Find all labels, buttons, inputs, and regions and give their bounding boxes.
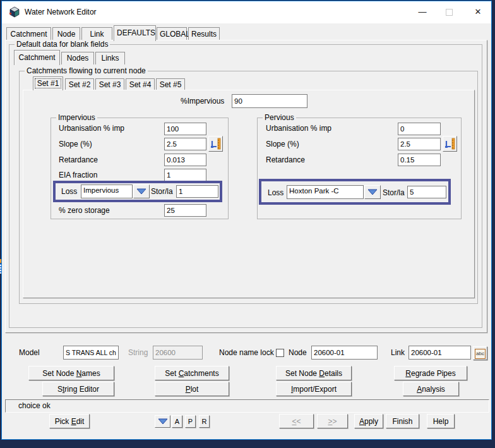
label: egrade Pipes xyxy=(411,369,456,378)
pervious-group-title: Pervious xyxy=(263,113,296,122)
imp-loss-dropdown-button[interactable] xyxy=(133,185,150,198)
tab-set-2[interactable]: Set #2 xyxy=(65,78,94,90)
app-cube-icon xyxy=(9,6,20,18)
per-retardance-label: Retardance xyxy=(266,155,305,164)
status-message: choice ok xyxy=(5,399,489,413)
imp-urbanisation-input[interactable] xyxy=(164,123,206,135)
subtab-catchment[interactable]: Catchment xyxy=(14,50,60,65)
tab-set-1[interactable]: Set #1 xyxy=(33,76,63,90)
per-slope-label: Slope (%) xyxy=(266,140,299,148)
title-bar[interactable]: Water Network Editor — ✕ xyxy=(2,1,491,23)
imp-slope-input[interactable] xyxy=(164,138,206,150)
window-title: Water Network Editor xyxy=(25,8,97,16)
mode-r-button[interactable]: R xyxy=(199,415,210,428)
subtab-nodes[interactable]: Nodes xyxy=(61,52,94,64)
tab-catchment[interactable]: Catchment xyxy=(6,27,51,40)
label: > xyxy=(333,417,337,426)
dropdown-arrow-icon xyxy=(367,189,378,195)
tab-set-3[interactable]: Set #3 xyxy=(95,78,124,90)
label: etails xyxy=(325,369,342,378)
imp-slope-label: Slope (%) xyxy=(59,140,92,148)
set-catchments-button[interactable]: Set Catchments xyxy=(155,366,229,380)
close-button[interactable]: ✕ xyxy=(468,4,488,20)
finish-button[interactable]: Finish xyxy=(386,414,419,428)
per-slope-input[interactable] xyxy=(398,138,441,150)
help-button[interactable]: Help xyxy=(427,414,455,428)
imp-eia-input[interactable] xyxy=(164,169,206,181)
tab-link[interactable]: Link xyxy=(81,27,112,40)
imp-retardance-input[interactable] xyxy=(164,154,206,166)
tab-defaults[interactable]: DEFAULTS xyxy=(114,25,156,41)
imp-loss-combo-value[interactable]: Impervious xyxy=(81,185,133,198)
mode-a-button[interactable]: A xyxy=(172,415,182,428)
imp-urbanisation-label: Urbanisation % imp xyxy=(59,124,124,133)
regrade-pipes-button[interactable]: Regrade Pipes xyxy=(394,366,467,380)
label: P xyxy=(186,385,191,394)
close-icon: ✕ xyxy=(475,7,482,16)
tab-set-5[interactable]: Set #5 xyxy=(156,78,185,90)
label: A xyxy=(359,417,364,426)
label: atchments xyxy=(184,369,218,378)
label: > xyxy=(328,417,332,426)
imp-storla-input[interactable] xyxy=(176,185,218,198)
node-name-lock-label: Node name lock xyxy=(219,348,274,357)
plot-button[interactable]: Plot xyxy=(155,382,229,396)
label: R xyxy=(405,369,411,378)
set-node-details-button[interactable]: Set Node Details xyxy=(276,366,352,380)
tab-global[interactable]: GLOBAL xyxy=(157,27,187,40)
imp-slope-tool-button[interactable] xyxy=(208,136,223,152)
label: Set Node xyxy=(42,369,76,378)
per-loss-dropdown-button[interactable] xyxy=(364,185,381,199)
link-label: Link xyxy=(391,348,405,357)
tab-set-4[interactable]: Set #4 xyxy=(126,78,155,90)
abc-icon: abc xyxy=(475,349,486,359)
per-loss-label: Loss xyxy=(268,188,283,197)
per-storla-input[interactable] xyxy=(407,186,446,198)
node-label: Node xyxy=(289,348,307,357)
imp-retardance-label: Retardance xyxy=(59,155,98,164)
string-input xyxy=(153,346,203,360)
imp-storla-label: Stor/la xyxy=(151,187,173,196)
set-node-names-button[interactable]: Set Node Names xyxy=(28,366,114,380)
import-export-button[interactable]: Import/Export xyxy=(276,382,352,396)
apply-button[interactable]: Apply xyxy=(354,414,383,428)
label: D xyxy=(319,369,325,378)
per-retardance-input[interactable] xyxy=(398,154,441,166)
pick-mode-dropdown-button[interactable] xyxy=(155,415,170,428)
label: S xyxy=(57,385,63,394)
label: A xyxy=(417,385,422,394)
per-loss-combo-value[interactable]: Hoxton Park -C xyxy=(287,185,364,199)
analysis-button[interactable]: Analysis xyxy=(403,382,459,396)
per-storla-label: Stor/la xyxy=(383,188,405,197)
link-input[interactable] xyxy=(409,346,471,360)
default-data-group-title: Default data for blank fields xyxy=(15,40,110,49)
label: ring Editor xyxy=(64,385,99,394)
dropdown-arrow-icon xyxy=(136,188,146,195)
link-name-tool-button[interactable]: abc xyxy=(473,346,487,360)
impervious-pct-input[interactable] xyxy=(232,94,307,108)
model-input[interactable] xyxy=(63,346,119,360)
per-slope-tool-button[interactable] xyxy=(443,136,457,152)
string-editor-button[interactable]: String Editor xyxy=(42,382,114,396)
maximize-button xyxy=(439,4,459,20)
label: mport/Export xyxy=(293,385,337,394)
per-urbanisation-input[interactable] xyxy=(398,123,441,135)
node-name-lock-checkbox[interactable] xyxy=(276,349,284,357)
node-input[interactable] xyxy=(311,346,378,360)
label: Pick xyxy=(55,417,71,426)
tab-results[interactable]: Results xyxy=(188,27,220,40)
imp-zero-storage-input[interactable] xyxy=(164,204,206,217)
impervious-group-title: Impervious xyxy=(56,113,97,122)
mode-p-button[interactable]: P xyxy=(185,415,196,428)
imp-zero-storage-label: % zero storage xyxy=(59,206,110,215)
minimize-button[interactable]: — xyxy=(412,4,432,20)
tab-node[interactable]: Node xyxy=(52,27,80,40)
label: < xyxy=(292,417,296,426)
string-label: String xyxy=(128,348,148,357)
catchments-group-title: Catchments flowing to current node xyxy=(25,66,148,75)
maximize-icon xyxy=(446,9,453,16)
pick-edit-button[interactable]: Pick Edit xyxy=(49,414,90,428)
label: pply xyxy=(364,417,378,426)
back-button: << xyxy=(279,414,314,428)
subtab-links[interactable]: Links xyxy=(95,52,125,64)
